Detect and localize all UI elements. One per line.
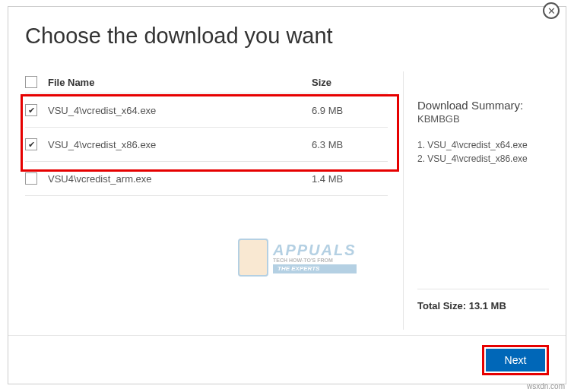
- row-checkbox-cell: [25, 172, 48, 185]
- row-checkbox-cell: [25, 104, 48, 116]
- dialog-title: Choose the download you want: [8, 7, 566, 49]
- watermark-mascot-icon: [238, 239, 268, 277]
- table-header: File Name Size: [25, 71, 388, 93]
- select-all-checkbox[interactable]: [25, 76, 37, 88]
- summary-list: 1. VSU_4\vcredist_x64.exe 2. VSU_4\vcred…: [417, 138, 549, 166]
- file-checkbox[interactable]: [25, 104, 37, 116]
- watermark: APPUALS TECH HOW-TO'S FROM THE EXPERTS: [238, 239, 357, 277]
- summary-title: Download Summary:: [417, 99, 549, 112]
- summary-item: 1. VSU_4\vcredist_x64.exe: [417, 138, 549, 152]
- download-dialog: ✕ Choose the download you want File Name…: [8, 6, 566, 384]
- summary-item: 2. VSU_4\vcredist_x86.exe: [417, 152, 549, 166]
- source-mark: wsxdn.com: [527, 382, 565, 390]
- summary-panel: Download Summary: KBMBGB 1. VSU_4\vcredi…: [403, 71, 549, 330]
- file-size: 6.9 MB: [312, 105, 388, 116]
- highlight-next-button: Next: [482, 345, 549, 375]
- summary-total: Total Size: 13.1 MB: [417, 289, 549, 330]
- header-size: Size: [312, 77, 388, 88]
- file-table: File Name Size VSU_4\vcredist_x64.exe 6.…: [25, 71, 388, 196]
- watermark-tag2: THE EXPERTS: [273, 264, 357, 273]
- file-list-panel: File Name Size VSU_4\vcredist_x64.exe 6.…: [25, 71, 388, 330]
- file-checkbox[interactable]: [25, 172, 37, 185]
- row-checkbox-cell: [25, 138, 48, 150]
- table-row: VSU_4\vcredist_x86.exe 6.3 MB: [25, 128, 388, 162]
- header-filename: File Name: [48, 77, 312, 88]
- next-button[interactable]: Next: [486, 349, 545, 371]
- file-name: VSU_4\vcredist_x64.exe: [48, 105, 312, 116]
- file-name: VSU4\vcredist_arm.exe: [48, 173, 312, 185]
- summary-subtitle: KBMBGB: [417, 113, 549, 125]
- close-icon[interactable]: ✕: [543, 2, 560, 19]
- file-size: 1.4 MB: [312, 173, 388, 185]
- watermark-tag1: TECH HOW-TO'S FROM: [273, 258, 357, 263]
- table-row: VSU4\vcredist_arm.exe 1.4 MB: [25, 162, 388, 196]
- file-size: 6.3 MB: [312, 139, 388, 150]
- watermark-brand: APPUALS: [273, 242, 357, 258]
- dialog-content: File Name Size VSU_4\vcredist_x64.exe 6.…: [8, 49, 566, 330]
- file-name: VSU_4\vcredist_x86.exe: [48, 139, 312, 150]
- table-row: VSU_4\vcredist_x64.exe 6.9 MB: [25, 93, 388, 128]
- file-checkbox[interactable]: [25, 138, 37, 150]
- header-checkbox-cell: [25, 76, 48, 88]
- dialog-footer: Next: [8, 335, 566, 384]
